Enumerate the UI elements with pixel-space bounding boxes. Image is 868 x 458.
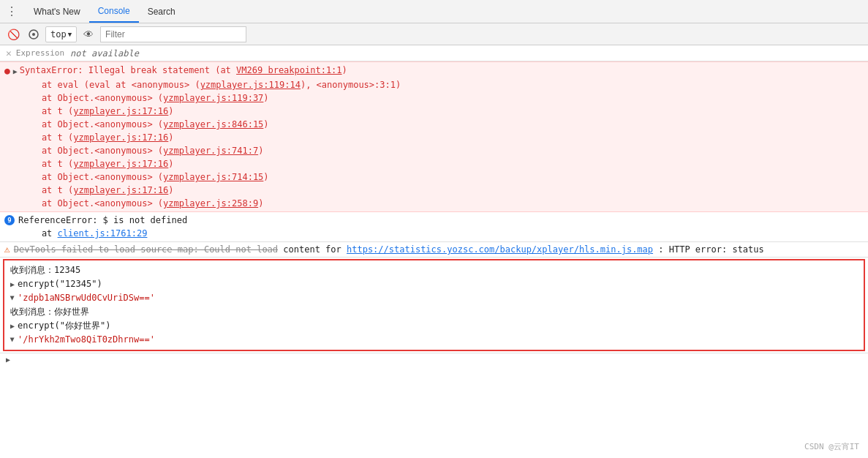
stack-link-10[interactable]: yzmplayer.js:258:9 [163, 198, 258, 209]
output-text-2: encrypt("12345") [18, 278, 102, 290]
dropdown-arrow: ▼ [68, 31, 72, 38]
context-dropdown[interactable]: top ▼ [45, 26, 77, 42]
expression-row: ✕ Expression not available [0, 45, 868, 61]
output-text-1: 收到消息：12345 [10, 264, 80, 277]
stack-line-9: at t (yzmplayer.js:17:16) [0, 184, 868, 197]
error-block-1: ● ▶ SyntaxError: Illegal break statement… [0, 61, 868, 212]
svg-point-1 [32, 33, 35, 36]
tab-console[interactable]: Console [89, 0, 139, 23]
http-error-text: : HTTP error: status [658, 244, 764, 255]
context-value: top [50, 29, 67, 40]
output-text-3: 'zdpb1aNSBrwUd0CvUriDSw==' [18, 292, 155, 304]
stack-line-5: at t (yzmplayer.js:17:16) [0, 131, 868, 144]
stack-link-4[interactable]: yzmplayer.js:846:15 [163, 119, 263, 129]
eye-button[interactable]: 👁 [80, 26, 97, 43]
stack-line-1: at eval (eval at <anonymous> (yzmplayer.… [0, 78, 868, 91]
ref-error-stack: at client.js:1761:29 [0, 227, 868, 240]
close-icon[interactable]: ✕ [6, 48, 12, 59]
stack-link-5[interactable]: yzmplayer.js:17:16 [73, 132, 168, 143]
ref-error-line: 9 ReferenceError: $ is not defined [0, 214, 868, 227]
expression-label: Expression [16, 48, 64, 58]
output-line-1: 收到消息：12345 [7, 263, 861, 277]
tab-whats-new[interactable]: What's New [25, 0, 89, 23]
stack-line-3: at t (yzmplayer.js:17:16) [0, 105, 868, 118]
stack-link-9[interactable]: yzmplayer.js:17:16 [73, 185, 168, 195]
expand-3[interactable]: ▶ [7, 296, 19, 300]
source-map-link[interactable]: https://statistics.yozsc.com/backup/xpla… [347, 244, 653, 255]
expand-arrow[interactable]: ▶ [13, 66, 18, 78]
menu-dots[interactable]: ⋮ [6, 4, 18, 18]
prompt-arrow: ▶ [6, 356, 10, 364]
warning-icon: ⚠ [4, 244, 10, 255]
output-text-5: encrypt("你好世界") [18, 320, 110, 332]
highlight-output-block: 收到消息：12345 ▶ encrypt("12345") ▶ 'zdpb1aN… [3, 259, 865, 351]
filter-input[interactable] [100, 26, 246, 42]
output-line-5: ▶ encrypt("你好世界") [7, 319, 861, 333]
warning-text: DevTools failed to load source map: Coul… [14, 244, 764, 255]
console-content: ● ▶ SyntaxError: Illegal break statement… [0, 61, 868, 458]
output-line-4: 收到消息：你好世界 [7, 305, 861, 319]
stack-line-2: at Object.<anonymous> (yzmplayer.js:119:… [0, 91, 868, 105]
watermark: CSDN @云宵IT [804, 441, 859, 452]
error-link-1[interactable]: VM269 breakpoint:1:1 [236, 65, 342, 75]
client-link[interactable]: client.js:1761:29 [58, 228, 148, 239]
normal-part: content for [283, 244, 347, 255]
tab-search[interactable]: Search [139, 0, 184, 23]
clear-console-button[interactable]: 🚫 [4, 26, 22, 43]
ref-error-block: 9 ReferenceError: $ is not defined at cl… [0, 212, 868, 242]
output-text-6: '/hrYkh2mTwo8QiT0zDhrnw==' [18, 334, 155, 346]
expand-2[interactable]: ▶ [10, 278, 15, 290]
stack-link-1[interactable]: yzmplayer.js:119:14 [200, 80, 301, 90]
stack-line-10: at Object.<anonymous> (yzmplayer.js:258:… [0, 197, 868, 210]
preserve-log-button[interactable] [25, 26, 42, 43]
error-icon: ● [4, 65, 10, 77]
error-main-line: ● ▶ SyntaxError: Illegal break statement… [0, 64, 868, 78]
output-line-6: ▶ '/hrYkh2mTwo8QiT0zDhrnw==' [7, 333, 861, 347]
output-line-2: ▶ encrypt("12345") [7, 277, 861, 291]
ref-error-text: ReferenceError: $ is not defined [18, 214, 187, 226]
source-map-warning: ⚠ DevTools failed to load source map: Co… [0, 242, 868, 258]
strikethrough-part: DevTools failed to load source map: Coul… [14, 244, 278, 255]
stack-link-3[interactable]: yzmplayer.js:17:16 [73, 106, 168, 116]
error-text: SyntaxError: Illegal break statement (at… [20, 64, 347, 76]
badge-count: 9 [4, 215, 15, 225]
expression-value: not available [70, 48, 139, 59]
console-toolbar: 🚫 top ▼ 👁 [0, 23, 868, 45]
output-line-3: ▶ 'zdpb1aNSBrwUd0CvUriDSw==' [7, 291, 861, 305]
output-text-4: 收到消息：你好世界 [10, 306, 89, 318]
stack-link-8[interactable]: yzmplayer.js:714:15 [163, 172, 263, 182]
stack-line-7: at t (yzmplayer.js:17:16) [0, 157, 868, 170]
stack-link-7[interactable]: yzmplayer.js:17:16 [73, 159, 168, 169]
expand-5[interactable]: ▶ [10, 320, 15, 332]
tab-bar: ⋮ What's New Console Search [0, 0, 868, 23]
input-prompt[interactable]: ▶ [0, 353, 868, 366]
stack-link-2[interactable]: yzmplayer.js:119:37 [163, 93, 263, 103]
expand-6[interactable]: ▶ [7, 337, 19, 342]
stack-line-6: at Object.<anonymous> (yzmplayer.js:741:… [0, 144, 868, 157]
stack-link-6[interactable]: yzmplayer.js:741:7 [163, 146, 258, 156]
stack-line-8: at Object.<anonymous> (yzmplayer.js:714:… [0, 170, 868, 184]
stack-line-4: at Object.<anonymous> (yzmplayer.js:846:… [0, 118, 868, 131]
